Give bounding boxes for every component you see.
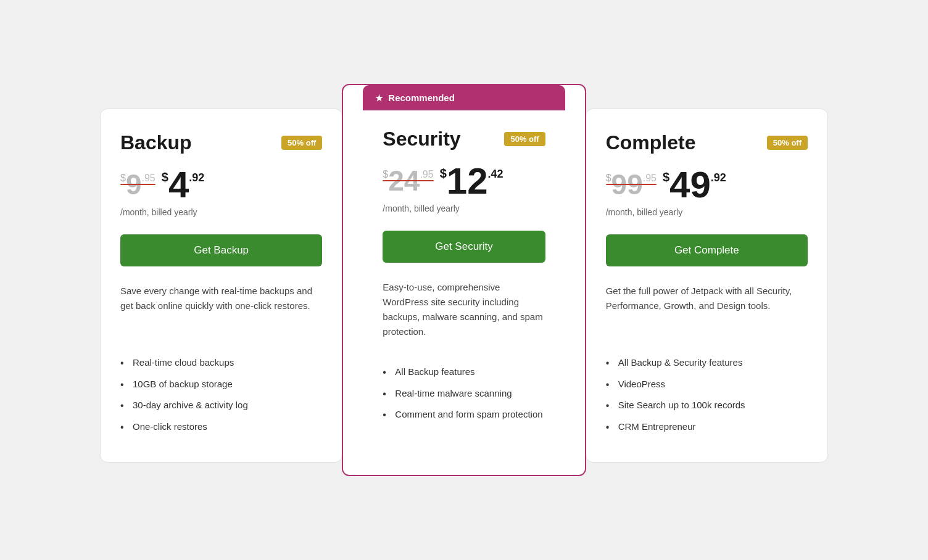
discount-badge-security: 50% off — [504, 132, 545, 146]
billing-note-complete: /month, billed yearly — [606, 207, 808, 217]
list-item: Comment and form spam protection — [383, 404, 545, 426]
discount-badge-complete: 50% off — [767, 136, 808, 150]
plan-card-complete: Complete 50% off $ 99 .95 $ 49 .92 /mont… — [586, 109, 828, 463]
price-row-backup: $ 9 .95 $ 4 .92 — [120, 167, 322, 204]
current-cents-backup: .92 — [189, 171, 204, 184]
original-dollar-security: $ — [383, 169, 388, 180]
strikethrough-security — [383, 180, 433, 181]
pricing-container: Backup 50% off $ 9 .95 $ 4 .92 /month, b… — [94, 84, 834, 476]
plan-name-security: Security — [383, 128, 460, 150]
list-item: Real-time cloud backups — [120, 352, 322, 374]
current-dollar-security: $ — [440, 167, 447, 181]
original-dollar-complete: $ — [606, 173, 611, 184]
list-item: One-click restores — [120, 416, 322, 438]
card-header-backup: Backup 50% off — [120, 131, 322, 154]
card-security-inner: Security 50% off $ 24 .95 $ 12 .42 /mont… — [363, 110, 565, 450]
features-list-backup: Real-time cloud backups 10GB of backup s… — [120, 352, 322, 437]
recommended-label: Recommended — [388, 93, 455, 103]
cta-button-backup[interactable]: Get Backup — [120, 234, 322, 266]
billing-note-security: /month, billed yearly — [383, 204, 545, 213]
recommended-banner: ★ Recommended — [363, 85, 565, 110]
current-dollar-complete: $ — [663, 170, 669, 184]
star-icon: ★ — [375, 93, 383, 103]
plan-name-backup: Backup — [120, 131, 192, 154]
current-amount-security: 12 — [447, 163, 488, 200]
original-cents-complete: .95 — [643, 173, 657, 184]
current-amount-complete: 49 — [669, 167, 711, 204]
original-dollar-backup: $ — [120, 173, 126, 184]
description-complete: Get the full power of Jetpack with all S… — [606, 284, 808, 330]
list-item: CRM Entrepreneur — [606, 416, 808, 438]
cta-button-complete[interactable]: Get Complete — [606, 234, 808, 266]
list-item: 30-day archive & activity log — [120, 395, 322, 416]
original-price-backup: $ 9 .95 — [120, 170, 155, 199]
list-item: All Backup & Security features — [606, 352, 808, 374]
features-list-security: All Backup features Real-time malware sc… — [383, 361, 545, 426]
list-item: VideoPress — [606, 374, 808, 395]
current-price-complete: $ 49 .92 — [663, 167, 726, 204]
plan-card-security: ★ Recommended Security 50% off $ 24 .95 … — [342, 84, 586, 476]
current-cents-complete: .92 — [711, 171, 726, 184]
original-cents-backup: .95 — [142, 173, 155, 184]
card-header-complete: Complete 50% off — [606, 131, 808, 154]
strikethrough-backup — [120, 184, 155, 185]
current-price-security: $ 12 .42 — [440, 163, 503, 200]
list-item: Site Search up to 100k records — [606, 395, 808, 416]
strikethrough-complete — [606, 184, 657, 185]
description-backup: Save every change with real-time backups… — [120, 284, 322, 330]
plan-card-backup: Backup 50% off $ 9 .95 $ 4 .92 /month, b… — [100, 109, 342, 463]
plan-name-complete: Complete — [606, 131, 696, 154]
current-amount-backup: 4 — [168, 167, 189, 204]
list-item: 10GB of backup storage — [120, 374, 322, 395]
current-cents-security: .42 — [488, 168, 503, 181]
list-item: Real-time malware scanning — [383, 383, 545, 405]
card-header-security: Security 50% off — [383, 128, 545, 150]
original-price-security: $ 24 .95 — [383, 167, 433, 195]
original-price-complete: $ 99 .95 — [606, 170, 657, 199]
price-row-security: $ 24 .95 $ 12 .42 — [383, 163, 545, 200]
description-security: Easy-to-use, comprehensive WordPress sit… — [383, 280, 545, 339]
discount-badge-backup: 50% off — [281, 136, 322, 150]
current-dollar-backup: $ — [162, 170, 168, 184]
list-item: All Backup features — [383, 361, 545, 383]
cta-button-security[interactable]: Get Security — [383, 231, 545, 263]
price-row-complete: $ 99 .95 $ 49 .92 — [606, 167, 808, 204]
billing-note-backup: /month, billed yearly — [120, 207, 322, 217]
features-list-complete: All Backup & Security features VideoPres… — [606, 352, 808, 437]
current-price-backup: $ 4 .92 — [162, 167, 205, 204]
original-cents-security: .95 — [420, 169, 433, 180]
